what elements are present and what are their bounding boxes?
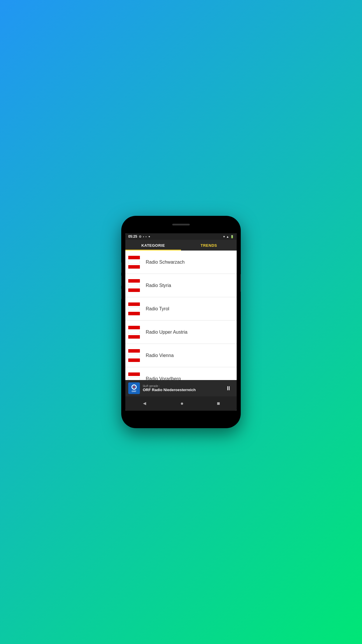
wifi-icon: ▾ bbox=[223, 235, 225, 239]
list-item[interactable]: Radio Tyrol bbox=[125, 297, 237, 321]
radio-item-name: Radio Tyrol bbox=[143, 306, 237, 312]
austria-flag-icon bbox=[125, 277, 143, 294]
tab-trends[interactable]: TRENDS bbox=[181, 240, 237, 251]
status-left: 05:25 ⚙ ▪ ▪ ✦ bbox=[128, 235, 150, 239]
list-item[interactable]: Radio Styria bbox=[125, 274, 237, 297]
phone-speaker bbox=[172, 224, 190, 225]
status-bar: 05:25 ⚙ ▪ ▪ ✦ ▾ ▲ 🔋 bbox=[125, 233, 237, 240]
phone-top-bar bbox=[121, 216, 241, 233]
radio-item-name: Radio Vienna bbox=[143, 353, 237, 358]
austria-flag-icon bbox=[125, 370, 143, 380]
signal-icon: ▲ bbox=[226, 235, 229, 238]
orf-label: ORF bbox=[132, 390, 136, 392]
austria-flag-icon bbox=[125, 300, 143, 318]
now-playing-station: ORF Radio Niederoesterreich bbox=[143, 388, 220, 392]
battery-icon: 🔋 bbox=[230, 235, 234, 238]
austria-flag-icon bbox=[125, 323, 143, 341]
silent-button bbox=[121, 289, 122, 299]
screenshot-icon: ▪ bbox=[143, 235, 144, 238]
radio-item-name: Radio Upper Austria bbox=[143, 330, 237, 335]
navigation-bar: ◄ ● ■ bbox=[125, 396, 237, 411]
station-logo: ORF bbox=[128, 382, 140, 394]
list-item[interactable]: Radio Schwarzach bbox=[125, 251, 237, 274]
tab-kategorie[interactable]: KATEGORIE bbox=[125, 240, 181, 251]
now-playing-label: läuft gerade : bbox=[143, 384, 220, 388]
pause-button[interactable]: ⏸ bbox=[223, 384, 234, 393]
phone-screen: 05:25 ⚙ ▪ ▪ ✦ ▾ ▲ 🔋 KATEGORIE TRENDS bbox=[125, 233, 237, 411]
austria-flag-icon bbox=[125, 253, 143, 271]
radio-item-name: Radio Vorarlberg bbox=[143, 376, 237, 380]
list-item[interactable]: Radio Upper Austria bbox=[125, 321, 237, 344]
volume-down-button bbox=[121, 276, 122, 286]
status-right: ▾ ▲ 🔋 bbox=[223, 235, 234, 239]
settings-icon: ⚙ bbox=[139, 235, 142, 239]
radio-list[interactable]: Radio Schwarzach Radio Styria Radio Tyro… bbox=[125, 251, 237, 380]
power-button bbox=[240, 274, 241, 292]
screen-icon: ▪ bbox=[145, 235, 147, 238]
volume-up-button bbox=[121, 262, 122, 273]
radio-item-name: Radio Schwarzach bbox=[143, 260, 237, 265]
list-item[interactable]: Radio Vienna bbox=[125, 344, 237, 367]
tab-bar: KATEGORIE TRENDS bbox=[125, 240, 237, 251]
home-button[interactable]: ● bbox=[176, 399, 188, 408]
status-time: 05:25 bbox=[128, 235, 137, 239]
radio-item-name: Radio Styria bbox=[143, 283, 237, 288]
phone-frame: 05:25 ⚙ ▪ ▪ ✦ ▾ ▲ 🔋 KATEGORIE TRENDS bbox=[121, 216, 241, 428]
now-playing-info: läuft gerade : ORF Radio Niederoesterrei… bbox=[140, 384, 223, 392]
now-playing-bar: ORF läuft gerade : ORF Radio Niederoeste… bbox=[125, 380, 237, 396]
list-item[interactable]: Radio Vorarlberg bbox=[125, 367, 237, 380]
back-button[interactable]: ◄ bbox=[137, 399, 152, 408]
sync-icon: ✦ bbox=[148, 235, 150, 238]
recent-apps-button[interactable]: ■ bbox=[212, 399, 225, 408]
austria-flag-icon bbox=[125, 347, 143, 364]
